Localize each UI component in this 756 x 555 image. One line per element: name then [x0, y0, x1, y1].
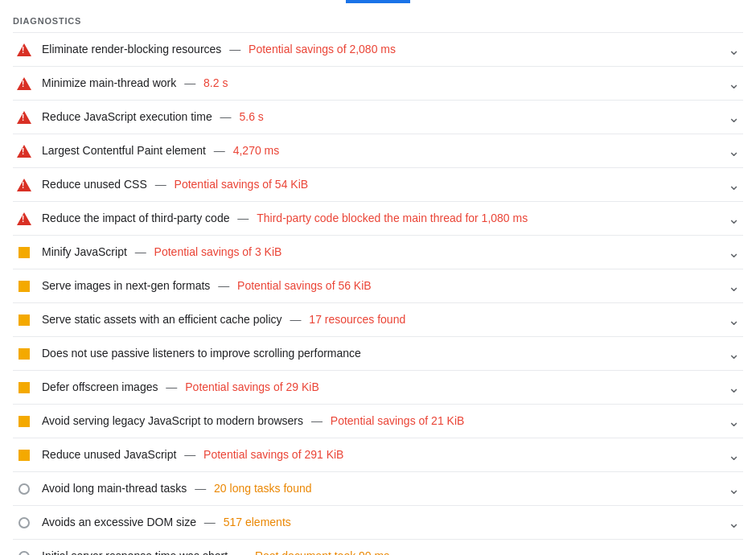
warning-icon — [16, 245, 32, 261]
audit-text: Serve images in next-gen formats — Poten… — [42, 278, 721, 294]
audit-row[interactable]: Avoids an excessive DOM size — 517 eleme… — [13, 505, 743, 539]
section-label: DIAGNOSTICS — [13, 6, 743, 32]
audit-detail: 517 elements — [224, 516, 291, 528]
audit-separator: — — [308, 414, 326, 427]
audit-title: Does not use passive listeners to improv… — [42, 347, 361, 360]
audit-text: Reduce unused JavaScript — Potential sav… — [42, 447, 721, 463]
audit-row[interactable]: Does not use passive listeners to improv… — [13, 336, 743, 370]
warning-icon — [16, 346, 32, 362]
audit-list: Eliminate render-blocking resources — Po… — [13, 32, 743, 555]
audit-separator: — — [215, 279, 232, 292]
audit-separator: — — [132, 245, 150, 258]
audit-row[interactable]: Initial server response time was short —… — [13, 539, 743, 555]
diagnostics-section: DIAGNOSTICS Eliminate render-blocking re… — [0, 6, 756, 555]
audit-row[interactable]: Reduce unused JavaScript — Potential sav… — [13, 438, 743, 471]
audit-title: Reduce unused CSS — [42, 178, 147, 191]
audit-detail: 17 resources found — [309, 313, 405, 326]
audit-row[interactable]: Defer offscreen images — Potential savin… — [13, 370, 743, 404]
audit-detail: 5.6 s — [239, 110, 263, 123]
audit-row[interactable]: Avoid long main-thread tasks — 20 long t… — [13, 471, 743, 505]
audit-title: Avoid long main-thread tasks — [42, 482, 187, 495]
audit-detail: 4,270 ms — [233, 144, 280, 157]
audit-text: Reduce unused CSS — Potential savings of… — [42, 177, 721, 193]
info-icon — [16, 515, 32, 531]
error-icon — [16, 76, 32, 92]
audit-separator: — — [232, 549, 250, 555]
audit-row[interactable]: Minify JavaScript — Potential savings of… — [13, 235, 743, 269]
audit-title: Avoids an excessive DOM size — [42, 516, 196, 528]
audit-detail: Potential savings of 21 KiB — [331, 414, 465, 427]
audit-text: Avoid serving legacy JavaScript to moder… — [42, 413, 721, 430]
audit-row[interactable]: Reduce the impact of third-party code — … — [13, 201, 743, 235]
audit-detail: 8.2 s — [203, 76, 228, 89]
audit-separator: — — [217, 110, 235, 123]
audit-detail: Root document took 90 ms — [255, 549, 389, 555]
chevron-icon: ⌄ — [728, 448, 740, 462]
audit-title: Reduce unused JavaScript — [42, 448, 176, 461]
audit-text: Minify JavaScript — Potential savings of… — [42, 245, 721, 261]
audit-detail: 20 long tasks found — [214, 482, 311, 495]
audit-row[interactable]: Serve static assets with an efficient ca… — [13, 302, 743, 336]
chevron-icon: ⌄ — [728, 549, 740, 556]
audit-separator: — — [287, 313, 305, 326]
error-icon — [16, 177, 32, 193]
warning-icon — [16, 278, 32, 294]
audit-separator: — — [191, 482, 209, 495]
audit-separator: — — [152, 178, 170, 191]
audit-text: Avoid long main-thread tasks — 20 long t… — [42, 481, 721, 497]
audit-text: Defer offscreen images — Potential savin… — [42, 380, 721, 396]
warning-icon — [16, 312, 32, 328]
audit-title: Defer offscreen images — [42, 380, 158, 393]
warning-icon — [16, 380, 32, 396]
audit-text: Initial server response time was short —… — [42, 549, 721, 555]
warning-icon — [16, 447, 32, 463]
audit-row[interactable]: Serve images in next-gen formats — Poten… — [13, 269, 743, 302]
chevron-icon: ⌄ — [728, 482, 740, 496]
audit-text: Eliminate render-blocking resources — Po… — [42, 42, 721, 58]
chevron-icon: ⌄ — [728, 43, 740, 57]
audit-detail: Potential savings of 2,080 ms — [249, 43, 396, 56]
audit-separator: — — [181, 76, 199, 89]
audit-text: Reduce JavaScript execution time — 5.6 s — [42, 109, 721, 125]
chevron-icon: ⌄ — [728, 279, 740, 294]
audit-title: Largest Contentful Paint element — [42, 144, 206, 157]
chevron-icon: ⌄ — [728, 110, 740, 125]
audit-row[interactable]: Minimize main-thread work — 8.2 s⌄ — [13, 66, 743, 100]
chevron-icon: ⌄ — [728, 414, 740, 429]
audit-text: Largest Contentful Paint element — 4,270… — [42, 143, 721, 159]
audit-detail: Potential savings of 3 KiB — [154, 245, 282, 258]
audit-detail: Potential savings of 56 KiB — [237, 279, 372, 292]
audit-text: Serve static assets with an efficient ca… — [42, 312, 721, 328]
audit-detail: Potential savings of 29 KiB — [185, 380, 319, 393]
audit-separator: — — [234, 212, 252, 224]
chevron-icon: ⌄ — [728, 212, 740, 226]
audit-row[interactable]: Reduce JavaScript execution time — 5.6 s… — [13, 100, 743, 134]
audit-detail: Potential savings of 54 KiB — [175, 178, 309, 191]
chevron-icon: ⌄ — [728, 144, 740, 158]
error-icon — [16, 42, 32, 58]
info-icon — [16, 549, 32, 556]
audit-separator: — — [211, 144, 228, 157]
audit-text: Minimize main-thread work — 8.2 s — [42, 76, 721, 92]
chevron-icon: ⌄ — [728, 178, 740, 192]
audit-title: Serve static assets with an efficient ca… — [42, 313, 282, 326]
audit-row[interactable]: Eliminate render-blocking resources — Po… — [13, 32, 743, 66]
audit-title: Initial server response time was short — [42, 549, 228, 555]
chevron-icon: ⌄ — [728, 347, 740, 361]
audit-row[interactable]: Largest Contentful Paint element — 4,270… — [13, 134, 743, 167]
audit-text: Avoids an excessive DOM size — 517 eleme… — [42, 515, 721, 531]
chevron-icon: ⌄ — [728, 516, 740, 530]
audit-separator: — — [201, 516, 219, 528]
audit-detail: Potential savings of 291 KiB — [203, 448, 343, 461]
error-icon — [16, 109, 32, 125]
audit-separator: — — [226, 43, 244, 56]
error-icon — [16, 143, 32, 159]
audit-row[interactable]: Avoid serving legacy JavaScript to moder… — [13, 404, 743, 438]
chevron-icon: ⌄ — [728, 245, 740, 260]
audit-title: Serve images in next-gen formats — [42, 279, 210, 292]
audit-separator: — — [162, 380, 180, 393]
audit-row[interactable]: Reduce unused CSS — Potential savings of… — [13, 167, 743, 201]
audit-title: Minify JavaScript — [42, 245, 127, 258]
chevron-icon: ⌄ — [728, 76, 740, 91]
error-icon — [16, 211, 32, 227]
